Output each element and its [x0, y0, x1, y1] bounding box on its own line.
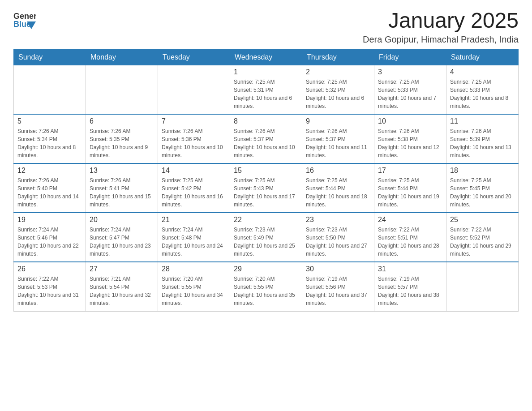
calendar-cell: 28Sunrise: 7:20 AM Sunset: 5:55 PM Dayli…	[158, 262, 230, 311]
day-info: Sunrise: 7:23 AM Sunset: 5:49 PM Dayligh…	[234, 226, 298, 258]
calendar-cell: 4Sunrise: 7:25 AM Sunset: 5:33 PM Daylig…	[446, 65, 519, 114]
day-info: Sunrise: 7:24 AM Sunset: 5:48 PM Dayligh…	[162, 226, 226, 258]
day-number: 8	[234, 117, 298, 125]
calendar-week-row: 12Sunrise: 7:26 AM Sunset: 5:40 PM Dayli…	[14, 163, 519, 213]
day-number: 27	[90, 265, 154, 273]
day-info: Sunrise: 7:19 AM Sunset: 5:57 PM Dayligh…	[378, 275, 442, 307]
calendar-cell: 23Sunrise: 7:23 AM Sunset: 5:50 PM Dayli…	[302, 213, 374, 262]
day-number: 18	[450, 167, 515, 175]
calendar-day-header: Thursday	[302, 49, 374, 65]
calendar-cell: 5Sunrise: 7:26 AM Sunset: 5:34 PM Daylig…	[14, 114, 86, 163]
day-info: Sunrise: 7:25 AM Sunset: 5:32 PM Dayligh…	[306, 78, 370, 110]
calendar-cell: 6Sunrise: 7:26 AM Sunset: 5:35 PM Daylig…	[86, 114, 158, 163]
day-number: 14	[162, 167, 226, 175]
day-number: 11	[450, 117, 515, 125]
day-info: Sunrise: 7:26 AM Sunset: 5:34 PM Dayligh…	[17, 127, 82, 159]
day-info: Sunrise: 7:25 AM Sunset: 5:42 PM Dayligh…	[162, 176, 226, 209]
calendar-cell	[86, 65, 158, 114]
calendar-cell: 25Sunrise: 7:22 AM Sunset: 5:52 PM Dayli…	[446, 213, 519, 262]
day-info: Sunrise: 7:24 AM Sunset: 5:46 PM Dayligh…	[17, 226, 82, 258]
location-subtitle: Dera Gopipur, Himachal Pradesh, India	[363, 34, 519, 45]
calendar-cell: 11Sunrise: 7:26 AM Sunset: 5:39 PM Dayli…	[446, 114, 519, 163]
day-info: Sunrise: 7:23 AM Sunset: 5:50 PM Dayligh…	[306, 226, 370, 258]
calendar-cell: 16Sunrise: 7:25 AM Sunset: 5:44 PM Dayli…	[302, 163, 374, 213]
day-info: Sunrise: 7:26 AM Sunset: 5:39 PM Dayligh…	[450, 127, 515, 159]
day-info: Sunrise: 7:25 AM Sunset: 5:44 PM Dayligh…	[378, 176, 442, 209]
day-info: Sunrise: 7:25 AM Sunset: 5:33 PM Dayligh…	[378, 78, 442, 110]
day-number: 6	[90, 117, 154, 125]
calendar-day-header: Tuesday	[158, 49, 230, 65]
calendar-cell: 2Sunrise: 7:25 AM Sunset: 5:32 PM Daylig…	[302, 65, 374, 114]
day-number: 29	[234, 265, 298, 273]
calendar-cell: 27Sunrise: 7:21 AM Sunset: 5:54 PM Dayli…	[86, 262, 158, 311]
calendar-day-header: Sunday	[14, 49, 86, 65]
calendar-week-row: 5Sunrise: 7:26 AM Sunset: 5:34 PM Daylig…	[14, 114, 519, 163]
calendar-week-row: 26Sunrise: 7:22 AM Sunset: 5:53 PM Dayli…	[14, 262, 519, 311]
calendar-cell: 17Sunrise: 7:25 AM Sunset: 5:44 PM Dayli…	[374, 163, 446, 213]
day-info: Sunrise: 7:26 AM Sunset: 5:37 PM Dayligh…	[306, 127, 370, 159]
calendar-day-header: Monday	[86, 49, 158, 65]
day-number: 26	[17, 265, 82, 273]
calendar-cell: 15Sunrise: 7:25 AM Sunset: 5:43 PM Dayli…	[230, 163, 302, 213]
calendar-header-row: SundayMondayTuesdayWednesdayThursdayFrid…	[14, 49, 519, 65]
calendar-cell: 18Sunrise: 7:25 AM Sunset: 5:45 PM Dayli…	[446, 163, 519, 213]
day-number: 13	[90, 167, 154, 175]
svg-text:General: General	[13, 12, 36, 21]
day-info: Sunrise: 7:24 AM Sunset: 5:47 PM Dayligh…	[90, 226, 154, 258]
day-number: 4	[450, 68, 515, 76]
day-number: 2	[306, 68, 370, 76]
calendar-cell: 12Sunrise: 7:26 AM Sunset: 5:40 PM Dayli…	[14, 163, 86, 213]
day-info: Sunrise: 7:26 AM Sunset: 5:40 PM Dayligh…	[17, 176, 82, 209]
calendar-cell: 7Sunrise: 7:26 AM Sunset: 5:36 PM Daylig…	[158, 114, 230, 163]
month-title: January 2025	[363, 9, 519, 33]
day-info: Sunrise: 7:25 AM Sunset: 5:31 PM Dayligh…	[234, 78, 298, 110]
day-info: Sunrise: 7:20 AM Sunset: 5:55 PM Dayligh…	[162, 275, 226, 307]
day-number: 21	[162, 216, 226, 224]
calendar-cell: 20Sunrise: 7:24 AM Sunset: 5:47 PM Dayli…	[86, 213, 158, 262]
calendar-cell: 10Sunrise: 7:26 AM Sunset: 5:38 PM Dayli…	[374, 114, 446, 163]
day-info: Sunrise: 7:20 AM Sunset: 5:55 PM Dayligh…	[234, 275, 298, 307]
day-number: 15	[234, 167, 298, 175]
calendar-cell	[14, 65, 86, 114]
calendar-cell	[446, 262, 519, 311]
title-section: January 2025 Dera Gopipur, Himachal Prad…	[363, 9, 519, 45]
day-number: 10	[378, 117, 442, 125]
calendar-cell: 8Sunrise: 7:26 AM Sunset: 5:37 PM Daylig…	[230, 114, 302, 163]
calendar-cell: 1Sunrise: 7:25 AM Sunset: 5:31 PM Daylig…	[230, 65, 302, 114]
calendar-cell: 13Sunrise: 7:26 AM Sunset: 5:41 PM Dayli…	[86, 163, 158, 213]
calendar-cell: 9Sunrise: 7:26 AM Sunset: 5:37 PM Daylig…	[302, 114, 374, 163]
day-info: Sunrise: 7:26 AM Sunset: 5:41 PM Dayligh…	[90, 176, 154, 209]
calendar-week-row: 1Sunrise: 7:25 AM Sunset: 5:31 PM Daylig…	[14, 65, 519, 114]
day-number: 28	[162, 265, 226, 273]
calendar-cell: 19Sunrise: 7:24 AM Sunset: 5:46 PM Dayli…	[14, 213, 86, 262]
day-number: 20	[90, 216, 154, 224]
calendar-cell: 30Sunrise: 7:19 AM Sunset: 5:56 PM Dayli…	[302, 262, 374, 311]
day-number: 31	[378, 265, 442, 273]
day-info: Sunrise: 7:26 AM Sunset: 5:37 PM Dayligh…	[234, 127, 298, 159]
day-info: Sunrise: 7:25 AM Sunset: 5:44 PM Dayligh…	[306, 176, 370, 209]
calendar-week-row: 19Sunrise: 7:24 AM Sunset: 5:46 PM Dayli…	[14, 213, 519, 262]
day-number: 16	[306, 167, 370, 175]
calendar-cell: 22Sunrise: 7:23 AM Sunset: 5:49 PM Dayli…	[230, 213, 302, 262]
day-number: 22	[234, 216, 298, 224]
logo-graphic: General Blue	[13, 9, 36, 31]
day-number: 1	[234, 68, 298, 76]
calendar-day-header: Friday	[374, 49, 446, 65]
calendar-cell: 26Sunrise: 7:22 AM Sunset: 5:53 PM Dayli…	[14, 262, 86, 311]
day-number: 19	[17, 216, 82, 224]
day-number: 25	[450, 216, 515, 224]
day-info: Sunrise: 7:25 AM Sunset: 5:43 PM Dayligh…	[234, 176, 298, 209]
calendar-cell	[158, 65, 230, 114]
svg-text:Blue: Blue	[13, 20, 31, 29]
day-number: 12	[17, 167, 82, 175]
calendar-cell: 3Sunrise: 7:25 AM Sunset: 5:33 PM Daylig…	[374, 65, 446, 114]
day-info: Sunrise: 7:25 AM Sunset: 5:33 PM Dayligh…	[450, 78, 515, 110]
day-number: 24	[378, 216, 442, 224]
calendar-cell: 21Sunrise: 7:24 AM Sunset: 5:48 PM Dayli…	[158, 213, 230, 262]
day-info: Sunrise: 7:25 AM Sunset: 5:45 PM Dayligh…	[450, 176, 515, 209]
calendar-cell: 29Sunrise: 7:20 AM Sunset: 5:55 PM Dayli…	[230, 262, 302, 311]
day-number: 30	[306, 265, 370, 273]
day-number: 9	[306, 117, 370, 125]
calendar-cell: 31Sunrise: 7:19 AM Sunset: 5:57 PM Dayli…	[374, 262, 446, 311]
day-info: Sunrise: 7:22 AM Sunset: 5:53 PM Dayligh…	[17, 275, 82, 307]
